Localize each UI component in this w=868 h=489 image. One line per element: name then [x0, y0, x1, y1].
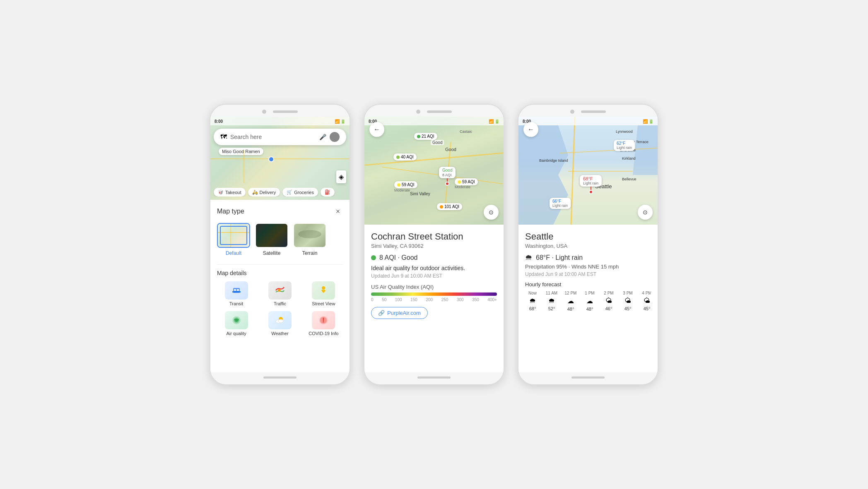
hourly-temp-4pm: 45°	[644, 306, 651, 311]
mic-icon[interactable]: 🎤	[319, 134, 326, 140]
moderate-label-2: Moderate	[455, 185, 470, 189]
hourly-time-11am: 11 AM	[546, 291, 557, 295]
streetview-icon-bg	[312, 281, 335, 300]
layers-icon: ◈	[339, 173, 344, 180]
map-type-satellite-thumb	[255, 223, 288, 248]
filter-delivery[interactable]: 🛵 Delivery	[248, 188, 280, 197]
aqi-description: Ideal air quality for outdoor activities…	[371, 265, 497, 271]
phone-3-status-bar: 8:00 📶🔋	[518, 117, 658, 125]
svg-point-14	[323, 321, 324, 323]
phone-2-map: 8:00 📶🔋 ← 21 AQI Good	[364, 117, 504, 225]
search-placeholder: Search here	[230, 134, 316, 140]
detail-transit[interactable]: Transit	[217, 281, 256, 306]
phone-1-map-inner: 8:00 📶🔋 🗺 Search here 🎤 Miso	[210, 117, 350, 200]
streetview-label: Street View	[312, 301, 335, 306]
detail-traffic[interactable]: Traffic	[260, 281, 299, 306]
hourly-icon-12pm: ☁	[567, 297, 574, 305]
filter-gas[interactable]: ⛽	[321, 188, 335, 197]
map-type-default[interactable]: Default	[217, 223, 250, 256]
bellevue-label: Bellevue	[622, 177, 637, 181]
hourly-2pm: 2 PM 🌤 46°	[601, 291, 616, 312]
locate-button-3[interactable]: ⊙	[638, 205, 653, 220]
aqi-indicator-dot	[371, 255, 376, 260]
hourly-4pm: 4 PM 🌤 45°	[639, 291, 651, 312]
avatar-icon[interactable]	[330, 132, 340, 142]
hourly-1pm: 1 PM ☁ 48°	[582, 291, 597, 312]
back-button-3[interactable]: ←	[523, 122, 538, 137]
phone-3-signal: 📶🔋	[643, 119, 653, 124]
map-type-terrain-label: Terrain	[302, 250, 318, 256]
hourly-temp-2pm: 46°	[605, 306, 612, 311]
weather-label: Weather	[271, 331, 288, 336]
airquality-icon-bg	[225, 311, 248, 329]
panel-header: Map type ×	[217, 206, 343, 216]
locate-button-2[interactable]: ⊙	[484, 205, 499, 220]
phone-3-home-bar	[571, 376, 605, 379]
phone-3-content: 8:00 📶🔋 ← Lynnwood Moun	[518, 117, 658, 372]
phone-1-speaker	[273, 110, 298, 113]
phone-1-camera	[262, 110, 266, 114]
aqi-updated: Updated Jun 9 at 10:00 AM EST	[371, 273, 497, 279]
detail-airquality[interactable]: Air quality	[217, 311, 256, 336]
station-address: Simi Valley, CA 93062	[371, 243, 497, 249]
hourly-icon-now: 🌧	[529, 297, 536, 304]
weather-current-row: 🌧 68°F · Light rain	[525, 253, 651, 262]
filter-groceries[interactable]: 🛒 Groceries	[282, 188, 318, 197]
weather-bubble-62: 62°F Light rain	[614, 140, 635, 151]
svg-point-11	[278, 319, 283, 323]
purpleair-label: PurpleAir.com	[387, 310, 421, 316]
quick-filters: 🥡 Takeout 🛵 Delivery 🛒 Groceries ⛽	[210, 188, 350, 197]
hourly-scroll-container: Now 🌧 68° 11 AM 🌧 52° 12 PM ☁ 48°	[525, 291, 651, 312]
hourly-icon-3pm: 🌤	[624, 297, 631, 304]
map-type-satellite[interactable]: Satellite	[255, 223, 288, 256]
layers-button[interactable]: ◈	[336, 170, 346, 183]
kirkland-label: Kirkland	[622, 156, 636, 161]
svg-rect-1	[232, 291, 241, 292]
aqi-bubble-59-right: 59 AQI	[455, 178, 478, 185]
detail-weather[interactable]: Weather	[260, 311, 299, 336]
phone-1-search-bar[interactable]: 🗺 Search here 🎤	[214, 129, 346, 145]
covid-icon	[318, 314, 329, 326]
svg-rect-3	[237, 289, 239, 291]
rain-icon-current: 🌧	[525, 253, 533, 262]
city-name: Seattle	[525, 231, 651, 242]
phone-1-home-bar	[263, 376, 297, 379]
seattle-weather-pin: 68°F Light rain	[580, 175, 602, 194]
purpleair-button[interactable]: 🔗 PurpleAir.com	[371, 307, 428, 319]
map-type-default-label: Default	[226, 250, 241, 256]
transit-icon-bg	[225, 281, 248, 300]
hourly-icon-4pm: 🌤	[644, 297, 650, 304]
hourly-icon-11am: 🌧	[548, 297, 555, 304]
terrain-thumb-visual	[294, 224, 326, 247]
close-button[interactable]: ×	[333, 206, 343, 216]
hourly-temp-11am: 52°	[548, 306, 555, 311]
hourly-now: Now 🌧 68°	[525, 291, 540, 312]
back-button-2[interactable]: ←	[369, 122, 384, 137]
hourly-3pm: 3 PM 🌤 45°	[620, 291, 635, 312]
map-type-default-thumb	[217, 223, 250, 248]
phone-1-map-bg: 8:00 📶🔋 🗺 Search here 🎤 Miso	[210, 117, 350, 200]
filter-takeout[interactable]: 🥡 Takeout	[214, 188, 246, 197]
moderate-label-1: Moderate	[394, 188, 410, 192]
phone-1-signal: 📶🔋	[335, 119, 345, 124]
hourly-icon-2pm: 🌤	[605, 297, 612, 304]
aqi-scale-numbers: 050100150200250300350400+	[371, 297, 497, 302]
hourly-time-4pm: 4 PM	[642, 291, 651, 295]
detail-covid[interactable]: COVID-19 Info	[304, 311, 343, 336]
airquality-label: Air quality	[227, 331, 246, 336]
map-road-h	[210, 158, 350, 159]
detail-streetview[interactable]: Street View	[304, 281, 343, 306]
covid-icon-bg	[312, 311, 335, 329]
phone-2-bottom-bar	[364, 372, 504, 384]
map-type-terrain[interactable]: Terrain	[293, 223, 326, 256]
traffic-icon-bg	[268, 281, 292, 300]
phone-1-status-bar: 8:00 📶🔋	[210, 117, 350, 125]
station-name: Cochran Street Station	[371, 231, 497, 242]
hourly-forecast-label: Hourly forecast	[525, 281, 651, 288]
phone-2-status-bar: 8:00 📶🔋	[364, 117, 504, 125]
groceries-icon: 🛒	[287, 189, 292, 195]
hourly-time-3pm: 3 PM	[623, 291, 632, 295]
svg-point-4	[278, 289, 280, 292]
hourly-12pm: 12 PM ☁ 48°	[563, 291, 578, 312]
weather-updated: Updated Jun 9 at 10:00 AM EST	[525, 271, 651, 277]
